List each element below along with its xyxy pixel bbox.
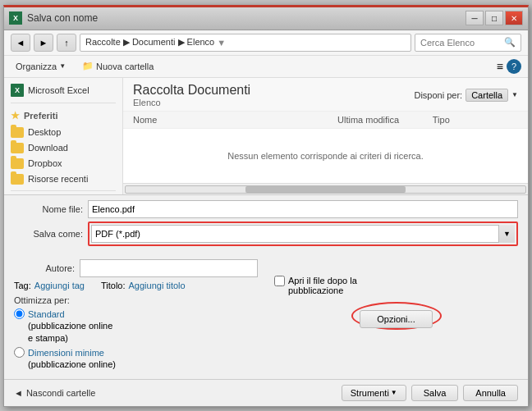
organizza-label: Organizza — [16, 62, 57, 71]
nome-file-row: Nome file: — [14, 200, 518, 218]
sidebar-item-dropbox[interactable]: Dropbox — [4, 156, 122, 171]
strumenti-chevron: ▼ — [391, 389, 397, 396]
maximize-button[interactable]: □ — [485, 11, 503, 25]
sidebar: X Microsoft Excel ★ Preferiti Desktop Do… — [4, 78, 123, 195]
aggiungi-titolo-link[interactable]: Aggiungi titolo — [129, 281, 186, 290]
disponi-label: Disponi per: — [414, 90, 462, 100]
left-options: Autore: Tag: Aggiungi tag Titolo: Aggiun… — [14, 259, 258, 373]
autore-row: Autore: — [14, 259, 258, 277]
folder-icon — [11, 174, 24, 185]
scroll-thumb[interactable] — [245, 186, 406, 193]
bottom-buttons: Strumenti ▼ Salva Annulla — [342, 385, 518, 401]
radio-standard-row: Standard (pubblicazione online e stampa) — [14, 308, 258, 344]
radio-dimensioni-label: Dimensioni minime (pubblicazione online) — [28, 347, 116, 371]
minimize-button[interactable]: ─ — [466, 11, 484, 25]
col-nome: Nome — [133, 115, 304, 125]
aggiungi-tag-link[interactable]: Aggiungi tag — [34, 281, 85, 290]
opzioni-button[interactable]: Opzioni... — [360, 310, 432, 328]
sidebar-item-excel[interactable]: X Microsoft Excel — [4, 81, 122, 99]
scroll-track[interactable] — [125, 185, 526, 194]
nome-file-label: Nome file: — [14, 204, 88, 214]
radio-standard[interactable] — [14, 308, 25, 319]
salva-come-select[interactable]: PDF (*.pdf) — [91, 225, 515, 243]
salva-button[interactable]: Salva — [411, 385, 459, 401]
file-pane: Raccolta Documenti Elenco Disponi per: C… — [123, 78, 528, 195]
save-dialog: X Salva con nome ─ □ ✕ ◄ ► ↑ Raccolte ▶ … — [3, 5, 529, 407]
empty-message: Nessun elemento corrisponde ai criteri d… — [227, 151, 423, 161]
nascondi-icon: ◄ — [14, 388, 23, 398]
cartella-button[interactable]: Cartella — [466, 89, 508, 102]
help-icon[interactable]: ? — [507, 59, 521, 74]
breadcrumb[interactable]: Raccolte ▶ Documenti ▶ Elenco ▼ — [80, 34, 411, 52]
salva-come-label: Salva come: — [14, 229, 88, 239]
salva-come-select-wrapper: PDF (*.pdf) ▼ — [91, 225, 515, 243]
search-bar[interactable]: 🔍 — [415, 34, 521, 52]
new-folder-label: Nuova cartella — [96, 62, 154, 71]
strumenti-button[interactable]: Strumenti ▼ — [342, 385, 406, 401]
folder-icon — [11, 158, 24, 169]
right-options: Apri il file dopo lapubblicazione Opzion… — [274, 259, 518, 373]
nascondi-label: Nascondi cartelle — [26, 388, 95, 398]
new-folder-button[interactable]: 📁 Nuova cartella — [77, 59, 158, 73]
pane-title: Raccolta Documenti — [133, 83, 250, 98]
sidebar-separator-1 — [11, 103, 116, 103]
file-header: Raccolta Documenti Elenco Disponi per: C… — [123, 78, 528, 112]
select-arrow-icon: ▼ — [498, 225, 515, 243]
col-modifica: Ultima modifica — [304, 115, 432, 125]
sidebar-item-download[interactable]: Download — [4, 140, 122, 156]
nome-file-input[interactable] — [88, 200, 518, 218]
radio-standard-label: Standard (pubblicazione online e stampa) — [28, 308, 112, 344]
cartella-chevron: ▼ — [511, 91, 518, 98]
folder-icon — [11, 143, 24, 153]
search-input[interactable] — [420, 38, 501, 48]
window-controls: ─ □ ✕ — [466, 11, 523, 25]
breadcrumb-arrow: ▼ — [217, 38, 226, 48]
view-icon[interactable]: ≡ — [497, 60, 503, 73]
forward-button[interactable]: ► — [34, 34, 53, 52]
pane-subtitle: Elenco — [133, 98, 250, 107]
title-bar: X Salva con nome ─ □ ✕ — [4, 7, 528, 30]
autore-input[interactable] — [80, 259, 258, 277]
apri-file-checkbox[interactable] — [274, 276, 285, 286]
ottimizza-label: Ottimizza per: — [14, 295, 258, 305]
options-btn-wrapper: Opzioni... — [274, 307, 518, 331]
horizontal-scrollbar[interactable] — [123, 183, 528, 194]
titolo-item: Titolo: Aggiungi titolo — [101, 281, 186, 290]
disponi-control: Disponi per: Cartella ▼ — [414, 89, 518, 102]
excel-icon: X — [11, 84, 24, 97]
view-controls: ≡ ? — [497, 59, 521, 74]
strumenti-label: Strumenti — [351, 388, 389, 398]
organizza-chevron: ▼ — [59, 62, 66, 70]
titolo-label: Titolo: — [101, 281, 126, 290]
sidebar-excel-label: Microsoft Excel — [28, 85, 89, 95]
radio-dimensioni[interactable] — [14, 347, 25, 358]
salva-come-row: Salva come: PDF (*.pdf) ▼ — [14, 221, 518, 246]
address-toolbar: ◄ ► ↑ Raccolte ▶ Documenti ▶ Elenco ▼ 🔍 — [4, 30, 528, 56]
apri-file-row: Apri il file dopo lapubblicazione — [274, 276, 518, 295]
secondary-toolbar: Organizza ▼ 📁 Nuova cartella ≡ ? — [4, 56, 528, 78]
sidebar-separator-2 — [11, 190, 116, 191]
column-headers: Nome Ultima modifica Tipo — [123, 112, 528, 129]
close-button[interactable]: ✕ — [505, 11, 523, 25]
nascondi-cartelle[interactable]: ◄ Nascondi cartelle — [14, 388, 95, 398]
radio-dimensioni-row: Dimensioni minime (pubblicazione online) — [14, 347, 258, 371]
main-content: X Microsoft Excel ★ Preferiti Desktop Do… — [4, 78, 528, 195]
bottom-form: Nome file: Salva come: PDF (*.pdf) ▼ — [4, 194, 528, 254]
annulla-button[interactable]: Annulla — [463, 385, 518, 401]
options-section: Autore: Tag: Aggiungi tag Titolo: Aggiun… — [4, 254, 528, 378]
back-button[interactable]: ◄ — [11, 34, 30, 52]
sidebar-item-recenti[interactable]: Risorse recenti — [4, 171, 122, 187]
star-icon: ★ — [11, 110, 20, 121]
col-tipo: Tipo — [433, 115, 518, 125]
folder-icon — [11, 127, 24, 138]
up-button[interactable]: ↑ — [57, 34, 76, 52]
app-icon: X — [9, 11, 22, 25]
breadcrumb-path: Raccolte ▶ Documenti ▶ Elenco — [85, 37, 214, 48]
tag-label: Tag: — [14, 281, 31, 290]
sidebar-item-desktop[interactable]: Desktop — [4, 125, 122, 140]
file-list: Nessun elemento corrisponde ai criteri d… — [123, 129, 528, 184]
window-title: Salva con nome — [27, 12, 466, 24]
organizza-button[interactable]: Organizza ▼ — [11, 60, 71, 73]
tag-titolo-row: Tag: Aggiungi tag Titolo: Aggiungi titol… — [14, 281, 258, 290]
new-folder-icon: 📁 — [82, 61, 94, 71]
